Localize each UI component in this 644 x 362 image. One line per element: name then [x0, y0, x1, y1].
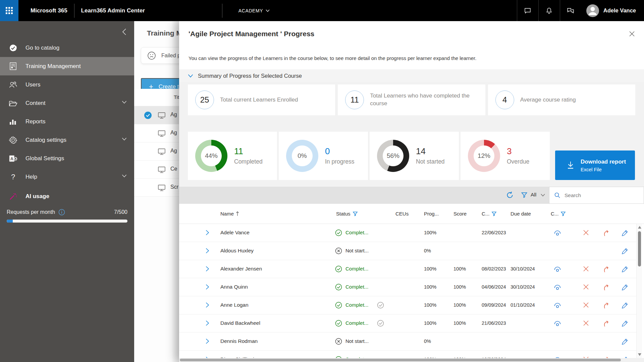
chevron-down-icon — [188, 74, 193, 78]
horizontal-scrollbar-thumb[interactable] — [180, 359, 621, 361]
view-progress-icon[interactable] — [553, 320, 561, 327]
training-row[interactable]: Ag — [134, 106, 180, 124]
learner-row[interactable]: Adele Vance Complet... 100% 22/06/2023 — [179, 224, 636, 242]
expand-row-icon[interactable] — [205, 338, 209, 344]
column-score[interactable]: Score — [453, 211, 467, 217]
view-progress-icon[interactable] — [553, 284, 561, 291]
remove-learner-icon[interactable] — [583, 265, 589, 272]
feedback-button[interactable] — [560, 0, 581, 21]
expand-row-icon[interactable] — [205, 266, 209, 272]
training-row[interactable]: Scr — [134, 179, 180, 197]
sidebar-item-help[interactable]: ? Help — [0, 168, 134, 186]
column-completed-date[interactable]: C... — [482, 211, 497, 217]
retake-course-icon[interactable] — [602, 320, 610, 328]
expand-row-icon[interactable] — [205, 302, 209, 308]
column-progress[interactable]: Prog... — [424, 211, 439, 217]
expand-row-icon[interactable] — [205, 320, 209, 326]
sidebar-item-catalog[interactable]: Go to catalog — [0, 39, 134, 57]
column-certified[interactable]: C... — [551, 211, 566, 217]
sidebar-item-global-settings[interactable]: A Global Settings — [0, 149, 134, 168]
learner-name: Aldous Huxley — [220, 248, 254, 254]
info-icon[interactable] — [58, 209, 65, 216]
sort-ascending-icon — [236, 211, 239, 216]
chat-button[interactable] — [517, 0, 538, 21]
retake-course-icon[interactable] — [602, 302, 610, 310]
search-box[interactable] — [549, 187, 644, 204]
edit-learner-icon[interactable] — [621, 229, 629, 237]
progress-value: 100% — [424, 284, 436, 290]
account-menu[interactable]: Adele Vance — [581, 4, 644, 17]
vertical-scrollbar[interactable] — [636, 224, 642, 358]
retake-course-icon[interactable] — [602, 229, 610, 237]
training-row[interactable]: Ce — [134, 161, 180, 179]
status-completed-icon — [335, 320, 342, 327]
remove-learner-icon[interactable] — [583, 284, 589, 290]
sidebar-item-catalog-settings[interactable]: Catalog settings — [0, 131, 134, 149]
training-row[interactable]: Ag — [134, 142, 180, 161]
filter-icon[interactable] — [521, 192, 528, 198]
download-report-button[interactable]: Download report Excel File — [555, 150, 635, 180]
edit-learner-icon[interactable] — [621, 302, 629, 309]
learner-row[interactable]: Anne Logan Complet... 100% 100% 09/09/20… — [179, 296, 636, 314]
sidebar-item-ai-usage[interactable]: AI usage — [0, 189, 134, 204]
sidebar-item-training[interactable]: Training Management — [0, 57, 134, 75]
learner-row[interactable]: David Backwheel Complet... 100% 100% 21/… — [179, 314, 636, 333]
tenant-dropdown[interactable]: ACADEMY — [238, 8, 270, 13]
app-launcher-button[interactable] — [0, 0, 18, 21]
stat-value: 25 — [195, 90, 214, 109]
column-status[interactable]: Status — [336, 211, 358, 217]
donut-percent: 56% — [383, 145, 404, 166]
edit-learner-icon[interactable] — [621, 320, 629, 327]
sidebar-item-content[interactable]: Content — [0, 94, 134, 112]
notifications-button[interactable] — [538, 0, 560, 21]
filter-value[interactable]: All — [531, 192, 536, 198]
refresh-icon[interactable] — [506, 191, 514, 199]
vertical-scrollbar-thumb[interactable] — [638, 231, 641, 266]
remove-learner-icon[interactable] — [583, 229, 589, 236]
sidebar-item-label: Go to catalog — [25, 45, 59, 51]
sidebar-item-reports[interactable]: Reports — [0, 112, 134, 131]
retake-course-icon[interactable] — [602, 265, 610, 274]
sidebar-item-label: Global Settings — [25, 155, 64, 162]
bell-icon — [545, 7, 553, 15]
learner-row[interactable]: Dennis Rodman Not start... 0% — [179, 333, 636, 351]
view-progress-icon[interactable] — [553, 229, 561, 237]
expand-row-icon[interactable] — [205, 248, 209, 254]
help-icon: ? — [9, 173, 17, 181]
summary-section-toggle[interactable]: Summary of Progress for Selected Course — [179, 69, 644, 82]
progress-value: 100% — [424, 266, 436, 272]
scroll-up-arrow[interactable] — [638, 226, 641, 229]
column-name[interactable]: Name — [220, 211, 239, 217]
search-input[interactable] — [565, 192, 632, 198]
brand-title[interactable]: Microsoft 365 — [31, 7, 67, 14]
admin-center-title[interactable]: Learn365 Admin Center — [81, 7, 145, 14]
remove-learner-icon[interactable] — [583, 302, 589, 308]
training-row[interactable]: Ag — [134, 124, 180, 142]
topbar-divider — [222, 4, 222, 18]
chevron-down-icon[interactable] — [541, 194, 545, 197]
score-value: 100% — [453, 284, 466, 290]
edit-learner-icon[interactable] — [621, 338, 629, 345]
failed-processing-card[interactable]: Failed pro — [141, 47, 180, 64]
column-ceus[interactable]: CEUs — [395, 211, 409, 217]
expand-row-icon[interactable] — [205, 230, 209, 236]
collapse-sidebar-icon[interactable] — [121, 28, 127, 36]
learner-row[interactable]: Anna Quinn Complet... 100% 100% 04/06/20… — [179, 278, 636, 296]
edit-learner-icon[interactable] — [621, 247, 629, 255]
remove-learner-icon[interactable] — [583, 320, 589, 326]
sidebar-item-users[interactable]: Users — [0, 75, 134, 94]
progress-value: 0% — [424, 248, 431, 253]
learner-row[interactable]: Alexander Jensen Complet... 100% 100% 08… — [179, 260, 636, 278]
edit-learner-icon[interactable] — [621, 265, 629, 273]
view-progress-icon[interactable] — [553, 265, 561, 273]
expand-row-icon[interactable] — [205, 284, 209, 290]
learner-row[interactable]: Aldous Huxley Not start... 0% — [179, 242, 636, 260]
scroll-down-arrow[interactable] — [638, 353, 641, 356]
edit-learner-icon[interactable] — [621, 284, 629, 291]
view-progress-icon[interactable] — [553, 302, 561, 309]
column-due-date[interactable]: Due date — [511, 211, 531, 217]
horizontal-scrollbar[interactable] — [179, 358, 644, 362]
chat-icon — [524, 7, 532, 15]
close-icon[interactable] — [629, 31, 635, 37]
retake-course-icon[interactable] — [602, 284, 610, 292]
